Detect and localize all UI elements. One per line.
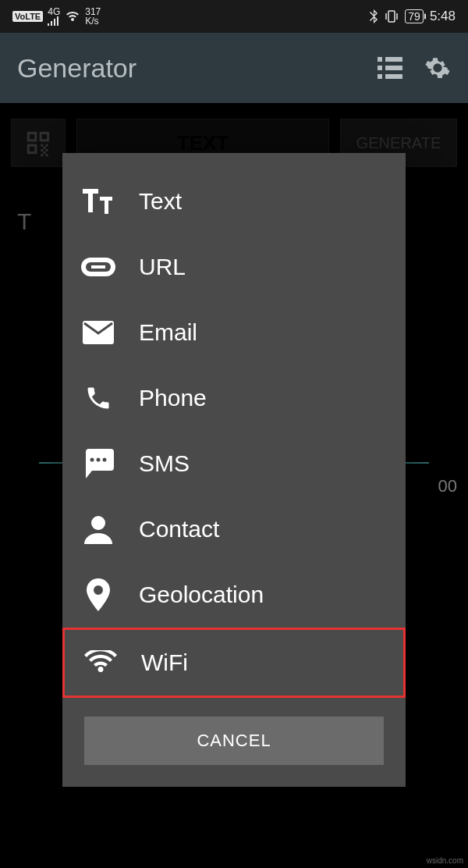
speed-unit: K/s (85, 16, 98, 26)
wifi-icon (83, 646, 118, 680)
svg-point-12 (97, 458, 101, 462)
email-icon (81, 315, 115, 350)
menu-label: Text (139, 188, 182, 215)
volte-indicator: VoLTE (12, 11, 43, 22)
char-counter: 00 (438, 476, 457, 496)
status-bar: VoLTE 4G 317 K/s 79 5:48 (0, 0, 468, 33)
bluetooth-icon (369, 9, 378, 23)
svg-rect-3 (378, 66, 382, 70)
svg-rect-6 (385, 74, 402, 79)
menu-label: Geolocation (139, 582, 264, 608)
menu-label: URL (139, 254, 186, 280)
svg-rect-0 (388, 11, 395, 22)
clock: 5:48 (430, 9, 456, 24)
sms-icon (81, 446, 115, 481)
svg-rect-2 (385, 57, 402, 62)
type-picker-dialog: Text URL Email Phone SMS Contact Geolo (62, 153, 406, 787)
app-bar: Generator (0, 33, 468, 103)
menu-item-wifi[interactable]: WiFi (62, 628, 406, 698)
list-view-icon[interactable] (378, 57, 402, 79)
signal-icon (48, 16, 60, 26)
menu-item-sms[interactable]: SMS (62, 431, 406, 496)
wifi-icon (65, 10, 80, 23)
svg-rect-9 (91, 265, 105, 269)
text-icon (81, 184, 115, 219)
watermark: wsidn.com (427, 856, 463, 865)
link-icon (81, 250, 115, 284)
contact-icon (81, 512, 115, 546)
menu-label: Email (139, 319, 197, 346)
svg-point-13 (103, 458, 107, 462)
menu-label: SMS (139, 450, 190, 477)
network-type: 4G (48, 7, 60, 16)
menu-item-url[interactable]: URL (62, 234, 406, 300)
menu-label: Phone (139, 385, 207, 411)
battery-indicator: 79 (405, 9, 424, 23)
svg-point-11 (90, 458, 94, 462)
svg-rect-4 (385, 66, 402, 70)
menu-item-email[interactable]: Email (62, 300, 406, 365)
menu-item-contact[interactable]: Contact (62, 496, 406, 562)
svg-rect-5 (378, 74, 382, 79)
phone-icon (81, 381, 115, 415)
cancel-button[interactable]: CANCEL (84, 717, 384, 765)
location-icon (81, 578, 115, 612)
menu-item-text[interactable]: Text (62, 169, 406, 234)
gear-icon[interactable] (424, 55, 451, 81)
menu-label: WiFi (141, 649, 188, 676)
menu-item-geolocation[interactable]: Geolocation (62, 562, 406, 628)
qr-preview-button[interactable] (11, 119, 66, 167)
menu-label: Contact (139, 516, 219, 542)
page-title: Generator (17, 53, 136, 84)
field-label: T (17, 208, 31, 235)
vibrate-icon (385, 9, 399, 23)
menu-item-phone[interactable]: Phone (62, 365, 406, 431)
svg-rect-1 (378, 57, 382, 62)
svg-point-14 (91, 516, 105, 530)
